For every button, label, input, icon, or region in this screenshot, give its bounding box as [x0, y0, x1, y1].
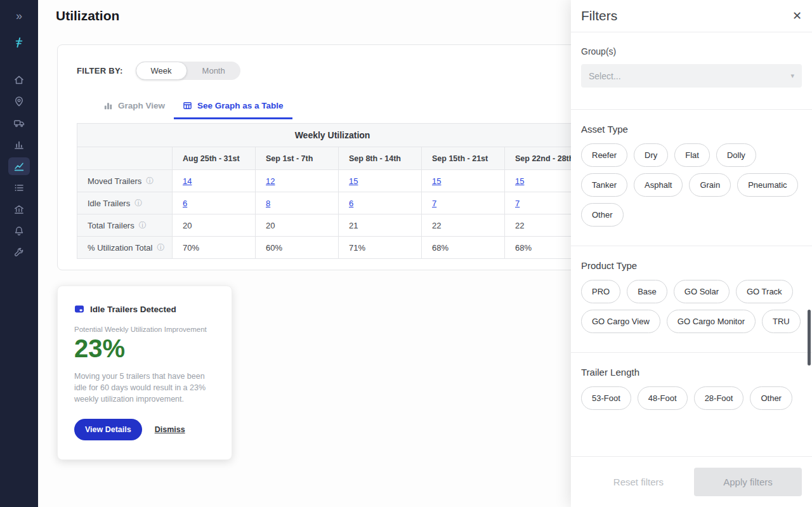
sidebar-item-notifications[interactable] — [8, 222, 30, 240]
sidebar-item-home[interactable] — [8, 71, 30, 89]
product-type-label: Product Type — [581, 260, 802, 271]
filter-pill[interactable]: Asphalt — [634, 173, 683, 197]
info-icon[interactable]: ⓘ — [139, 221, 147, 229]
filter-pill[interactable]: Other — [750, 386, 792, 410]
table-row-idle-trailers: Idle Trailersⓘ 6 8 6 7 7 — [77, 192, 588, 214]
trailer-length-label: Trailer Length — [581, 367, 802, 378]
filter-pill[interactable]: Pneumatic — [737, 173, 797, 197]
page-title: Utilization — [56, 8, 119, 23]
groups-filter-section: Group(s) Select... ▾ — [571, 32, 812, 109]
info-icon[interactable]: ⓘ — [146, 177, 154, 185]
table-row-total-trailers: Total Trailersⓘ 20 20 21 22 22 — [77, 214, 588, 237]
cell-link[interactable]: 7 — [432, 199, 436, 208]
cell-link[interactable]: 14 — [183, 176, 192, 186]
reset-filters-button[interactable]: Reset filters — [613, 477, 664, 487]
week-toggle-button[interactable]: Week — [136, 62, 187, 80]
sidebar: » — [0, 0, 38, 507]
groups-label: Group(s) — [581, 46, 802, 56]
line-chart-icon — [13, 161, 25, 172]
dismiss-button[interactable]: Dismiss — [155, 425, 185, 434]
sidebar-item-reports[interactable] — [8, 136, 30, 154]
sidebar-item-lists[interactable] — [8, 179, 30, 197]
close-icon[interactable]: ✕ — [792, 10, 802, 22]
trailer-length-section: Trailer Length 53-Foot 48-Foot 28-Foot O… — [571, 352, 812, 429]
filter-pill[interactable]: 48-Foot — [638, 386, 688, 410]
table-row-moved-trailers: Moved Trailersⓘ 14 12 15 15 15 — [77, 170, 588, 192]
insight-subtitle: Potential Weekly Utilization Improvement — [74, 326, 215, 333]
cell-value: 21 — [339, 214, 422, 237]
filter-pill[interactable]: Dry — [634, 143, 668, 167]
filter-pill[interactable]: GO Cargo View — [581, 310, 660, 333]
cell-link[interactable]: 7 — [515, 199, 520, 208]
filter-by-label: FILTER BY: — [77, 66, 123, 76]
wrench-icon — [13, 247, 25, 258]
sidebar-item-utilization[interactable] — [8, 157, 30, 175]
column-header: Sep 1st - 7th — [256, 147, 339, 170]
filters-panel: Filters ✕ Group(s) Select... ▾ Asset Typ… — [571, 0, 812, 507]
empty-header-cell — [77, 147, 173, 170]
filter-pill[interactable]: 53-Foot — [581, 386, 631, 410]
collapse-sidebar-button[interactable]: » — [16, 10, 22, 22]
scrollbar[interactable] — [808, 310, 811, 365]
filter-pill[interactable]: PRO — [581, 280, 620, 303]
cell-link[interactable]: 8 — [266, 199, 270, 208]
bar-chart-icon — [13, 139, 25, 150]
tab-graph-view[interactable]: Graph View — [95, 95, 174, 119]
view-details-button[interactable]: View Details — [74, 419, 142, 440]
apply-filters-button[interactable]: Apply filters — [694, 468, 802, 496]
product-type-section: Product Type PRO Base GO Solar GO Track … — [571, 246, 812, 352]
filter-pill[interactable]: Dolly — [716, 143, 756, 167]
tab-label: See Graph as a Table — [197, 101, 284, 110]
cell-link[interactable]: 6 — [349, 199, 353, 208]
cell-link[interactable]: 15 — [349, 176, 358, 186]
filter-pill[interactable]: 28-Foot — [694, 386, 744, 410]
filter-pill[interactable]: Grain — [689, 173, 731, 197]
cell-link[interactable]: 12 — [266, 176, 275, 186]
cell-link[interactable]: 15 — [432, 176, 441, 186]
filter-pill[interactable]: Flat — [674, 143, 710, 167]
sidebar-item-locations[interactable] — [8, 93, 30, 110]
filter-pill[interactable]: GO Solar — [674, 280, 730, 303]
filter-pill[interactable]: Tanker — [581, 173, 627, 197]
insight-title: Idle Trailers Detected — [90, 305, 176, 314]
row-label: Total Trailers — [88, 221, 134, 230]
insight-description: Moving your 5 trailers that have been id… — [74, 371, 211, 405]
insight-card: Idle Trailers Detected Potential Weekly … — [57, 286, 232, 460]
column-header: Aug 25th - 31st — [173, 147, 256, 170]
cell-value: 20 — [173, 214, 256, 237]
info-icon[interactable]: ⓘ — [157, 244, 164, 251]
row-label: Idle Trailers — [88, 199, 130, 208]
filter-pill[interactable]: TRU — [762, 310, 801, 333]
filter-pill[interactable]: Other — [581, 203, 624, 227]
groups-select[interactable]: Select... ▾ — [581, 64, 802, 88]
filter-pill[interactable]: GO Cargo Monitor — [667, 310, 756, 333]
row-label: % Utilization Total — [88, 243, 152, 253]
bell-icon — [13, 225, 25, 237]
asset-type-section: Asset Type Reefer Dry Flat Dolly Tanker … — [571, 109, 812, 246]
cell-link[interactable]: 6 — [183, 199, 187, 208]
cell-value: 20 — [256, 214, 339, 237]
chevron-down-icon: ▾ — [790, 72, 794, 80]
filters-title: Filters — [581, 8, 617, 23]
table-title-row: Weekly Utilization — [77, 124, 588, 147]
cell-value: 60% — [256, 237, 339, 259]
facilities-icon — [13, 204, 25, 215]
month-toggle-button[interactable]: Month — [187, 62, 240, 80]
filter-pill[interactable]: Reefer — [581, 143, 627, 167]
table-row-utilization-total: % Utilization Totalⓘ 70% 60% 71% 68% 68% — [77, 237, 588, 259]
info-icon[interactable]: ⓘ — [134, 199, 142, 207]
cell-value: 68% — [422, 237, 505, 259]
tab-table-view[interactable]: See Graph as a Table — [174, 95, 292, 119]
sidebar-item-settings[interactable] — [8, 244, 30, 261]
column-header: Sep 8th - 14th — [339, 147, 422, 170]
filter-pill[interactable]: Base — [627, 280, 667, 303]
period-toggle: Week Month — [136, 62, 240, 80]
sidebar-nav — [8, 71, 30, 261]
cell-value: 22 — [422, 214, 505, 237]
filter-pill[interactable]: GO Track — [736, 280, 793, 303]
sidebar-item-facilities[interactable] — [8, 201, 30, 218]
cell-value: 71% — [339, 237, 422, 259]
row-label: Moved Trailers — [88, 176, 141, 186]
sidebar-item-trailers[interactable] — [8, 114, 30, 132]
cell-link[interactable]: 15 — [515, 176, 524, 186]
